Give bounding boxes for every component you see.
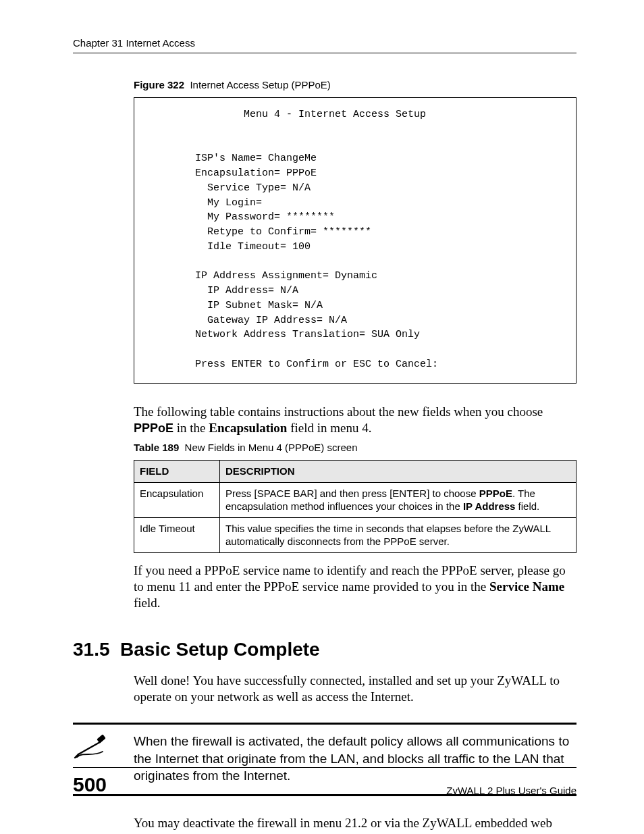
section-number: 31.5 [73,639,110,660]
after-table-paragraph: If you need a PPPoE service name to iden… [134,563,576,612]
guide-title: ZyWALL 2 Plus User's Guide [446,785,576,796]
table-title: New Fields in Menu 4 (PPPoE) screen [185,442,358,453]
cell-desc: Press [SPACE BAR] and then press [ENTER]… [220,482,576,517]
note-icon [73,733,109,764]
terminal-screenshot: Menu 4 - Internet Access Setup ISP's Nam… [134,97,576,384]
closing-paragraph: You may deactivate the firewall in menu … [134,815,576,834]
chapter-header: Chapter 31 Internet Access [73,37,576,53]
table-row: Encapsulation Press [SPACE BAR] and then… [134,482,576,517]
figure-title: Internet Access Setup (PPPoE) [190,79,330,90]
section-paragraph: Well done! You have successfully connect… [134,673,576,706]
terminal-line: Encapsulation= PPPoE [195,167,317,179]
terminal-line: Idle Timeout= 100 [195,241,311,253]
fields-table: Field Description Encapsulation Press [S… [134,460,576,553]
terminal-title: Menu 4 - Internet Access Setup [195,107,552,122]
table-label: Table 189 [134,442,179,453]
figure-label: Figure 322 [134,79,184,90]
cell-field: Idle Timeout [134,517,220,552]
section-heading: 31.5 Basic Setup Complete [73,639,576,660]
terminal-line: My Password= ******** [195,211,335,223]
col-field: Field [134,461,220,483]
terminal-line: Gateway IP Address= N/A [195,315,347,326]
terminal-line: Network Address Translation= SUA Only [195,329,420,340]
col-description: Description [220,461,576,483]
table-caption: Table 189 New Fields in Menu 4 (PPPoE) s… [134,442,576,453]
terminal-line: IP Address= N/A [195,285,298,296]
cell-desc: This value specifies the time in seconds… [220,517,576,552]
terminal-line: Retype to Confirm= ******** [195,226,371,238]
terminal-line: Press ENTER to Confirm or ESC to Cancel: [195,359,438,370]
table-row: Idle Timeout This value specifies the ti… [134,517,576,552]
terminal-line: My Login= [195,197,262,209]
terminal-line: IP Address Assignment= Dynamic [195,270,377,282]
page-footer: 500 ZyWALL 2 Plus User's Guide [73,767,576,796]
cell-field: Encapsulation [134,482,220,517]
terminal-line: Service Type= N/A [195,182,311,194]
terminal-line: IP Subnet Mask= N/A [195,300,323,311]
table-header-row: Field Description [134,461,576,483]
intro-paragraph: The following table contains instruction… [134,404,576,437]
figure-caption: Figure 322 Internet Access Setup (PPPoE) [134,79,576,90]
terminal-line: ISP's Name= ChangeMe [195,153,317,164]
section-title: Basic Setup Complete [120,639,320,660]
page-number: 500 [73,773,107,796]
